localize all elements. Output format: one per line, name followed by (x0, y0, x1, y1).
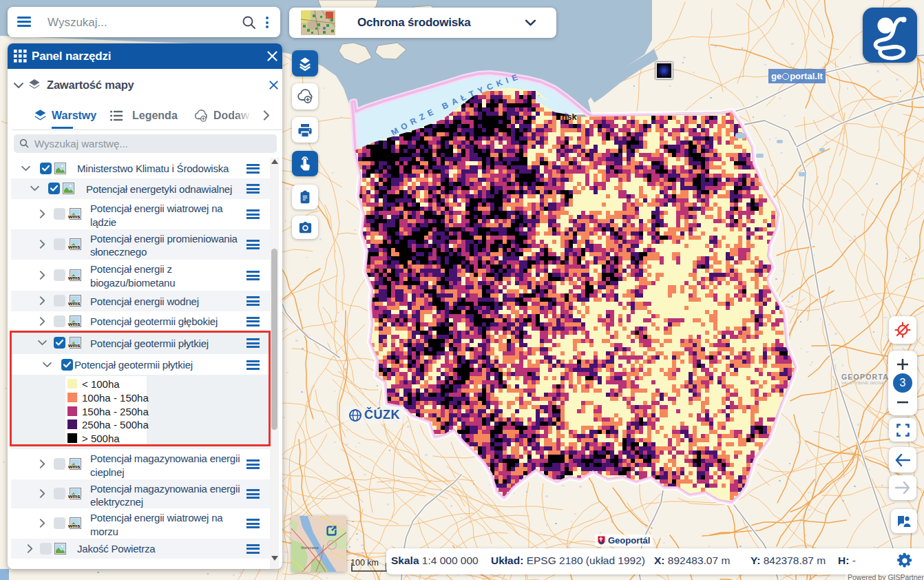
svg-text:Warszawa: Warszawa (301, 546, 319, 550)
